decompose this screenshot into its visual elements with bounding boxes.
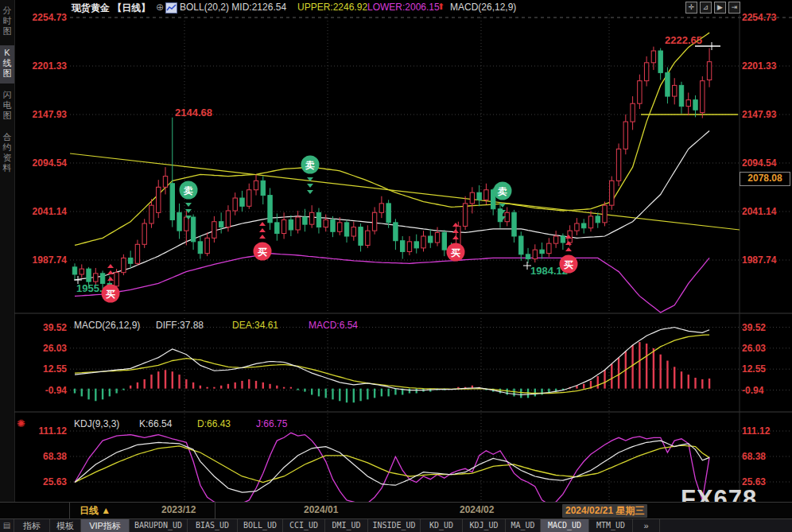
macd-panel-title: MACD(26,12,9) [74, 320, 140, 331]
selected-date-badge: 2024/02/21 星期三 [562, 504, 647, 518]
tab-dmi_ud[interactable]: DMI_UD [325, 519, 368, 532]
axis-tick-label: 25.63 [14, 476, 67, 487]
tab-vip[interactable]: VIP指标 [81, 519, 130, 532]
kdj-panel-title: KDJ(9,3,3) [74, 418, 119, 429]
svg-text:卖: 卖 [305, 160, 315, 171]
axis-tick-label: 2254.73 [742, 12, 776, 23]
period-selector[interactable]: 日线 ▲ [80, 504, 111, 518]
tab-ma_ud[interactable]: MA_UD [506, 519, 541, 532]
axis-tick-label: 39.52 [742, 322, 766, 333]
tab-kdj_ud[interactable]: KDJ_UD [463, 519, 506, 532]
svg-text:卖: 卖 [497, 186, 507, 197]
date-label: 2024/02 [460, 504, 494, 515]
svg-text:卖: 卖 [183, 185, 193, 196]
kdj-sun-icon[interactable]: ✺ [17, 418, 25, 429]
axis-tick-label: 1987.74 [14, 254, 67, 266]
current-price-badge: 2078.08 [740, 172, 790, 186]
sell-signal-marker: 卖 [301, 156, 320, 195]
date-separator [215, 503, 215, 519]
tab-[interactable]: » [633, 519, 660, 532]
kdj-d-value: D:66.43 [197, 418, 231, 429]
axis-tick-label: 2041.14 [742, 206, 776, 217]
axis-tick-label: 39.52 [14, 322, 67, 333]
tab-bias_ud[interactable]: BIAS_UD [188, 519, 238, 532]
tab-inside_ud[interactable]: INSIDE_UD [368, 519, 421, 532]
axis-tick-label: 2094.54 [14, 157, 67, 169]
axis-tick-label: 26.03 [14, 343, 67, 354]
axis-tick-label: 26.03 [742, 343, 766, 354]
date-label: 2024/01 [304, 504, 338, 515]
price-annotation: 2222.65 [665, 34, 702, 46]
axis-tick-label: 2041.14 [14, 206, 67, 217]
sell-signal-marker: 卖 [180, 181, 198, 220]
tab-kd_ud[interactable]: KD_UD [421, 519, 463, 532]
axis-tick-label: 2094.54 [742, 157, 776, 169]
axis-tick-label: 68.38 [14, 451, 67, 462]
indicator-tabbar: ▤ 指标模板VIP指标BARUPDN_UDBIAS_UDBOLL_UDCCI_U… [0, 518, 792, 532]
buy-signal-marker: 买 [254, 222, 272, 261]
price-annotation: 1955. [76, 282, 103, 294]
date-label: 2023/12 [161, 504, 196, 515]
tab-menu-icon[interactable]: ▤ [0, 519, 14, 532]
date-separator [69, 503, 70, 519]
macd-dea-value: DEA:34.61 [232, 320, 278, 331]
axis-tick-label: 111.12 [742, 425, 770, 437]
app-window: 分时图K线图闪电图合约资料 现货黄金 【日线】 ⊕ BOLL(20,2) MID… [0, 0, 792, 532]
tab-[interactable]: 模板 [50, 519, 81, 532]
svg-text:买: 买 [564, 259, 573, 270]
tab-[interactable]: 指标 [14, 519, 50, 532]
price-annotation: 2144.68 [175, 107, 212, 118]
kdj-j-value: J:66.75 [256, 418, 287, 429]
date-axis: 日线 ▲ 2024/02/21 星期三 2023/122024/012024/0… [0, 502, 792, 519]
svg-text:买: 买 [258, 247, 267, 258]
tab-cci_ud[interactable]: CCI_UD [283, 519, 325, 532]
tab-macd_ud[interactable]: MACD_UD [541, 519, 589, 532]
axis-tick-label: 2254.73 [14, 12, 67, 23]
tab-mtm_ud[interactable]: MTM_UD [589, 519, 633, 532]
axis-tick-label: -0.94 [14, 385, 67, 396]
macd-diff-value: DIFF:37.88 [156, 320, 204, 331]
axis-tick-label: 2201.33 [742, 60, 776, 72]
axis-tick-label: 2201.33 [14, 60, 67, 72]
axis-tick-label: 12.55 [14, 363, 67, 375]
svg-text:买: 买 [106, 289, 115, 300]
macd-value: MACD:6.54 [309, 320, 358, 331]
buy-signal-marker: 买 [447, 223, 465, 262]
axis-tick-label: 2147.93 [14, 109, 67, 120]
axis-tick-label: 68.38 [742, 451, 766, 462]
tab-boll_ud[interactable]: BOLL_UD [238, 519, 283, 532]
axis-tick-label: 1987.74 [742, 254, 776, 266]
axis-tick-label: 12.55 [742, 363, 766, 375]
kdj-k-value: K:66.54 [139, 418, 172, 429]
axis-tick-label: -0.94 [742, 385, 763, 396]
axis-tick-label: 2147.93 [742, 109, 776, 120]
svg-text:买: 买 [451, 247, 460, 258]
tab-barupdn_ud[interactable]: BARUPDN_UD [130, 519, 188, 532]
